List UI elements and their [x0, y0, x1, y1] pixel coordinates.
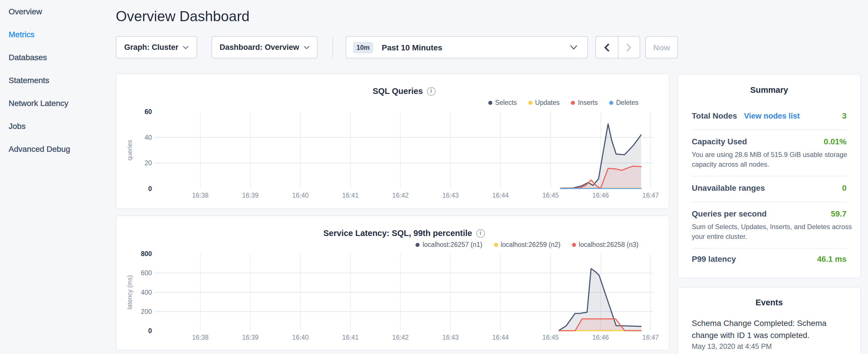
page-title: Overview Dashboard — [116, 8, 250, 25]
p99-value: 46.1 ms — [817, 254, 846, 263]
svg-text:queries: queries — [126, 140, 133, 160]
p99-row: P99 latency 46.1 ms — [692, 254, 846, 263]
svg-text:16:42: 16:42 — [392, 334, 409, 341]
svg-text:16:46: 16:46 — [592, 334, 609, 341]
svg-text:16:40: 16:40 — [292, 192, 309, 199]
graph-dropdown-label: Graph: Cluster — [124, 43, 178, 52]
svg-text:16:43: 16:43 — [442, 192, 459, 199]
chart-plot-area[interactable]: 16:3816:3916:4016:4116:4216:4316:4416:45… — [116, 74, 670, 209]
chart-plot-area[interactable]: 16:3816:3916:4016:4116:4216:4316:4416:45… — [116, 216, 670, 351]
svg-text:16:44: 16:44 — [492, 192, 509, 199]
sidebar-item-jobs[interactable]: Jobs — [9, 115, 70, 137]
capacity-subtext: You are using 28.6 MiB of 515.9 GiB usab… — [692, 150, 852, 169]
svg-text:16:45: 16:45 — [542, 334, 559, 341]
dashboard-dropdown[interactable]: Dashboard: Overview — [212, 36, 317, 58]
time-range-label: Past 10 Minutes — [382, 43, 442, 52]
divider — [692, 175, 846, 176]
service-latency-chart: Service Latency: SQL, 99th percentileilo… — [116, 215, 670, 350]
capacity-value: 0.01% — [824, 137, 846, 146]
svg-text:16:41: 16:41 — [342, 334, 359, 341]
summary-title: Summary — [692, 85, 846, 95]
chevron-left-icon — [604, 43, 610, 51]
event-timestamp: May 13, 2020 at 4:45 PM — [692, 343, 846, 351]
time-pager — [595, 36, 640, 58]
divider — [692, 129, 846, 130]
divider — [692, 248, 846, 249]
divider — [692, 202, 846, 202]
sidebar: Overview Metrics Databases Statements Ne… — [9, 0, 70, 160]
time-back-button[interactable] — [596, 37, 618, 58]
svg-text:20: 20 — [145, 159, 152, 167]
sidebar-item-overview[interactable]: Overview — [9, 0, 70, 23]
sidebar-item-metrics[interactable]: Metrics — [9, 23, 70, 46]
time-range-badge: 10m — [353, 41, 373, 53]
svg-text:latency (ms): latency (ms) — [126, 275, 133, 310]
total-nodes-row: Total Nodes View nodes list 3 — [692, 111, 846, 120]
qps-label: Queries per second — [692, 209, 767, 218]
chevron-right-icon — [626, 43, 631, 51]
capacity-label: Capacity Used — [692, 137, 747, 146]
graph-dropdown[interactable]: Graph: Cluster — [116, 36, 197, 58]
sidebar-item-advanced-debug[interactable]: Advanced Debug — [9, 137, 70, 160]
svg-text:600: 600 — [141, 269, 152, 277]
svg-text:16:43: 16:43 — [442, 334, 459, 341]
sidebar-item-statements[interactable]: Statements — [9, 69, 70, 92]
now-button[interactable]: Now — [645, 36, 678, 58]
time-forward-button[interactable] — [618, 37, 640, 58]
svg-text:16:42: 16:42 — [392, 192, 409, 199]
sidebar-item-network-latency[interactable]: Network Latency — [9, 92, 70, 115]
total-nodes-value: 3 — [842, 111, 846, 120]
qps-row: Queries per second 59.7 — [692, 209, 846, 218]
chevron-down-icon — [570, 45, 577, 50]
unavailable-ranges-label: Unavailable ranges — [692, 183, 765, 192]
svg-text:16:39: 16:39 — [242, 334, 259, 341]
svg-text:800: 800 — [141, 250, 152, 257]
total-nodes-label: Total Nodes — [692, 111, 737, 120]
svg-text:16:38: 16:38 — [192, 334, 209, 341]
summary-panel: Summary Total Nodes View nodes list 3 Ca… — [677, 74, 861, 279]
svg-text:16:41: 16:41 — [342, 192, 359, 199]
divider — [333, 36, 333, 58]
dashboard-dropdown-label: Dashboard: Overview — [219, 43, 299, 52]
svg-text:40: 40 — [145, 134, 152, 141]
svg-text:16:46: 16:46 — [592, 192, 609, 199]
svg-text:16:47: 16:47 — [643, 192, 659, 199]
events-panel: Events Schema Change Completed: Schema c… — [677, 287, 861, 354]
event-message: Schema Change Completed: Schema change w… — [692, 317, 846, 342]
qps-subtext: Sum of Selects, Updates, Inserts, and De… — [692, 222, 852, 242]
unavailable-ranges-value: 0 — [842, 183, 846, 192]
svg-text:16:38: 16:38 — [192, 192, 209, 199]
svg-text:16:44: 16:44 — [492, 334, 509, 341]
svg-text:400: 400 — [141, 289, 152, 296]
controls-bar: Graph: Cluster Dashboard: Overview 10m P… — [116, 36, 678, 58]
chevron-down-icon — [183, 45, 189, 49]
sql-queries-chart: SQL QueriesiSelectsUpdatesInsertsDeletes… — [116, 73, 670, 209]
view-nodes-link[interactable]: View nodes list — [744, 112, 800, 120]
svg-text:16:45: 16:45 — [542, 192, 559, 199]
unavailable-ranges-row: Unavailable ranges 0 — [692, 183, 846, 192]
svg-text:16:39: 16:39 — [242, 192, 259, 199]
p99-label: P99 latency — [692, 254, 736, 263]
svg-text:0: 0 — [148, 185, 152, 192]
sidebar-item-databases[interactable]: Databases — [9, 46, 70, 69]
svg-text:200: 200 — [141, 308, 152, 315]
chevron-down-icon — [304, 45, 309, 49]
qps-value: 59.7 — [831, 209, 847, 218]
svg-text:60: 60 — [145, 108, 152, 116]
svg-text:16:40: 16:40 — [292, 334, 309, 341]
svg-text:0: 0 — [148, 327, 152, 334]
capacity-row: Capacity Used 0.01% — [692, 137, 846, 146]
events-title: Events — [692, 298, 846, 307]
svg-text:16:47: 16:47 — [643, 334, 659, 341]
time-range-selector[interactable]: 10m Past 10 Minutes — [346, 36, 588, 58]
db-console-page: Overview Metrics Databases Statements Ne… — [0, 0, 868, 354]
